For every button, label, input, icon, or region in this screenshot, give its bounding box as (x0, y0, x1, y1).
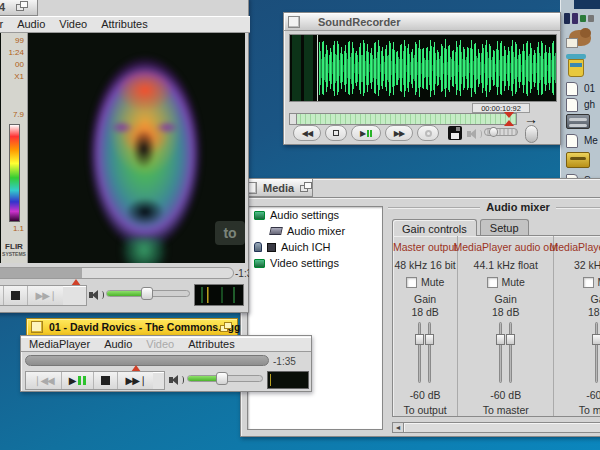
desktop-icon-dog[interactable] (566, 28, 594, 50)
stop-button[interactable] (4, 286, 28, 305)
menu-audio[interactable]: Audio (17, 18, 45, 30)
tree-item-auich-ich[interactable]: Auich ICH (248, 239, 382, 255)
desktop-icon-file-01[interactable]: 01 (566, 82, 594, 96)
ogg-window-body: MediaPlayer Audio Video Attributes -1:35… (20, 335, 312, 392)
next-button[interactable]: ▶▶❘ (118, 372, 153, 389)
save-icon[interactable] (448, 126, 462, 140)
depth-gadget[interactable] (220, 322, 233, 333)
gain-controls-panel: Master output 48 kHz 16 bit Mute Gain 18… (392, 235, 600, 417)
menu-audio[interactable]: Audio (104, 338, 132, 350)
prev-button[interactable]: ❘◀◀ (26, 372, 62, 389)
video-player-window: mp4 MediaPlayer Audio Video Attributes 9… (0, 0, 249, 313)
microphone-gadget[interactable] (525, 125, 538, 143)
gain-label: Gain (495, 293, 517, 306)
scrollbar-thumb[interactable] (404, 423, 600, 432)
channel-name: MediaPlayer audio out (549, 241, 600, 253)
ogg-titlebar[interactable]: 01 - David Rovics - The Commons.ogg (26, 318, 238, 336)
menu-attributes[interactable]: Attributes (188, 338, 234, 350)
channel-name: Master output (393, 241, 457, 253)
app-icon[interactable] (580, 15, 586, 22)
file-label: Me (584, 135, 598, 146)
dog-icon (566, 28, 592, 50)
flir-overlay: 99 1:24 00 X1 7.9 1.1 FLIR SYSTEMS (1, 33, 28, 263)
slider-handle[interactable] (290, 114, 297, 124)
menu-mediaplayer[interactable]: MediaPlayer (0, 18, 3, 30)
app-icon[interactable] (588, 15, 594, 22)
speaker-icon[interactable] (467, 128, 482, 140)
depth-gadget[interactable] (16, 1, 29, 12)
play-pause-button[interactable]: ▶ (62, 372, 95, 389)
gain-slider-pair[interactable] (587, 322, 600, 383)
background-window-titlebar[interactable] (574, 0, 600, 9)
stop-button[interactable] (325, 125, 347, 141)
gain-slider-pair[interactable] (491, 322, 521, 383)
tree-item-audio-mixer[interactable]: Audio mixer (248, 223, 382, 239)
app-icon[interactable] (564, 13, 570, 24)
app-iconbar[interactable] (564, 11, 599, 26)
soundrecorder-titlebar[interactable]: SoundRecorder (283, 12, 561, 31)
media-window-titlebar[interactable]: Media (240, 178, 313, 197)
device-icon (566, 114, 590, 129)
gain-slider-pair[interactable] (410, 322, 440, 383)
settings-icon (254, 259, 265, 268)
menu-attributes[interactable]: Attributes (101, 18, 147, 30)
video-progress-bar[interactable] (0, 267, 234, 279)
tree-item-label: Audio settings (270, 209, 339, 221)
desktop-icon-file-me[interactable]: Me (566, 134, 594, 148)
chip-icon (267, 243, 276, 252)
channel-mediaplayer-out-2: MediaPlayer audio out 32 kHz float Mute … (554, 236, 600, 416)
volume-slider[interactable] (187, 375, 263, 382)
mute-checkbox[interactable] (583, 277, 594, 288)
video-display: 99 1:24 00 X1 7.9 1.1 FLIR SYSTEMS to (0, 33, 245, 263)
flir-color-scale (9, 124, 20, 222)
tree-item-video-settings[interactable]: Video settings (248, 255, 382, 271)
mute-checkbox[interactable] (487, 277, 498, 288)
mute-checkbox[interactable] (406, 277, 417, 288)
gain-min: -60 dB (586, 389, 600, 401)
icon-strip-window: 01 gh Me So (560, 0, 600, 198)
flir-readout: 00 (2, 59, 26, 71)
speaker-icon[interactable] (169, 374, 184, 386)
ogg-progress-bar[interactable] (25, 355, 269, 366)
volume-slider[interactable] (106, 290, 190, 297)
thermal-neck (122, 238, 166, 263)
tree-item-audio-settings[interactable]: Audio settings (248, 207, 382, 223)
file-icon (566, 134, 578, 148)
channel-dest: To master (483, 404, 529, 416)
app-icon[interactable] (572, 13, 578, 24)
play-pause-button[interactable]: ▶ (351, 125, 381, 141)
desktop-icon-trash[interactable] (566, 54, 594, 77)
desktop: 01 gh Me So Media (0, 0, 600, 450)
ogg-transport: ❘◀◀ ▶ ▶▶❘ (25, 371, 165, 390)
desktop-icon-device-yellow[interactable] (566, 152, 594, 168)
close-gadget[interactable] (288, 16, 300, 28)
scroll-left-arrow[interactable]: ◄ (393, 423, 404, 432)
tab-gain-controls[interactable]: Gain controls (392, 219, 477, 236)
audio-mixer-heading: Audio mixer (388, 200, 600, 214)
desktop-icon-file-gh[interactable]: gh (566, 98, 594, 112)
video-window-titlebar[interactable]: mp4 (0, 0, 38, 16)
gain-value: 18 dB (411, 306, 438, 319)
channel-dest: To output (404, 404, 447, 416)
depth-gadget[interactable] (300, 182, 313, 193)
stop-button[interactable] (94, 372, 118, 389)
position-slider[interactable] (289, 113, 517, 125)
menu-video[interactable]: Video (59, 18, 87, 30)
rewind-button[interactable]: ◀◀ (293, 125, 321, 141)
menu-video[interactable]: Video (146, 338, 174, 350)
close-gadget[interactable] (31, 321, 43, 333)
file-icon (566, 98, 578, 112)
forward-button[interactable]: ▶▶ (385, 125, 413, 141)
next-button[interactable]: ▶▶❘ (28, 286, 63, 305)
end-marker-top (504, 112, 514, 118)
volume-slider[interactable] (484, 128, 518, 136)
speaker-icon[interactable] (89, 289, 104, 301)
time-remaining: -1:35 (235, 268, 249, 279)
desktop-icon-device-gray[interactable] (566, 114, 594, 129)
scope-display (267, 371, 309, 389)
file-label: 01 (584, 83, 595, 94)
record-button[interactable] (417, 125, 439, 141)
tab-setup[interactable]: Setup (480, 219, 529, 235)
menu-mediaplayer[interactable]: MediaPlayer (29, 338, 90, 350)
horizontal-scrollbar[interactable]: ◄ (392, 422, 600, 433)
